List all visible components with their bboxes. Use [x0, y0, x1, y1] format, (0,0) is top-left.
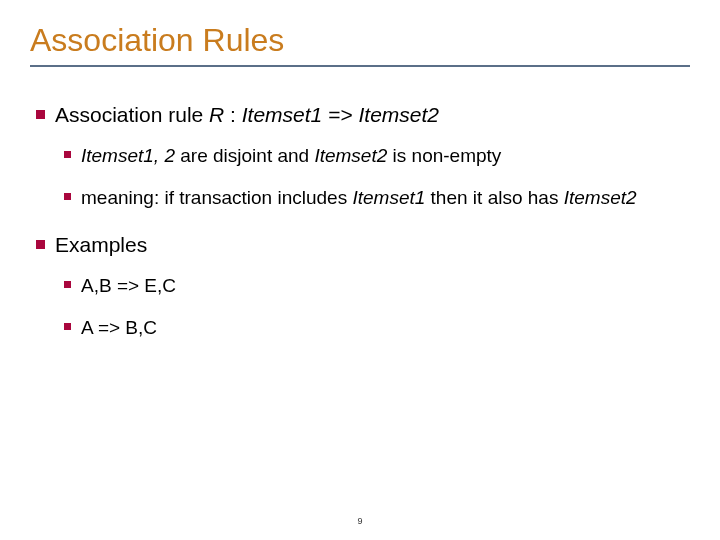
text-colon: : [224, 103, 242, 126]
bullet-text: meaning: if transaction includes Itemset… [81, 185, 637, 211]
square-bullet-icon [64, 193, 71, 200]
square-bullet-icon [36, 110, 45, 119]
bullet-text: Association rule R : Itemset1 => Itemset… [55, 101, 439, 129]
var-itemset12: Itemset1, 2 [81, 145, 175, 166]
subbullet-disjoint: Itemset1, 2 are disjoint and Itemset2 is… [64, 143, 690, 169]
var-itemset2: Itemset2 [359, 103, 440, 126]
bullet-text: A,B => E,C [81, 273, 176, 299]
var-itemset2: Itemset2 [314, 145, 387, 166]
var-r: R [209, 103, 224, 126]
text-arrow: => [322, 103, 358, 126]
square-bullet-icon [36, 240, 45, 249]
subbullet-example-1: A,B => E,C [64, 273, 690, 299]
text-tail: is non-empty [387, 145, 501, 166]
var-itemset1: Itemset1 [352, 187, 425, 208]
text-mid: are disjoint and [175, 145, 314, 166]
var-itemset1: Itemset1 [242, 103, 323, 126]
slide-title: Association Rules [30, 22, 690, 59]
var-itemset2: Itemset2 [564, 187, 637, 208]
bullet-text: Itemset1, 2 are disjoint and Itemset2 is… [81, 143, 501, 169]
text-prefix: Association rule [55, 103, 209, 126]
square-bullet-icon [64, 323, 71, 330]
bullet-text: A => B,C [81, 315, 157, 341]
bullet-association-rule: Association rule R : Itemset1 => Itemset… [36, 101, 690, 129]
bullet-examples: Examples [36, 231, 690, 259]
subbullet-meaning: meaning: if transaction includes Itemset… [64, 185, 690, 211]
page-number: 9 [357, 516, 362, 526]
text-prefix: meaning: if transaction includes [81, 187, 352, 208]
subbullet-example-2: A => B,C [64, 315, 690, 341]
slide: Association Rules Association rule R : I… [0, 0, 720, 340]
text-mid: then it also has [425, 187, 563, 208]
bullet-text: Examples [55, 231, 147, 259]
square-bullet-icon [64, 281, 71, 288]
title-divider [30, 65, 690, 67]
square-bullet-icon [64, 151, 71, 158]
